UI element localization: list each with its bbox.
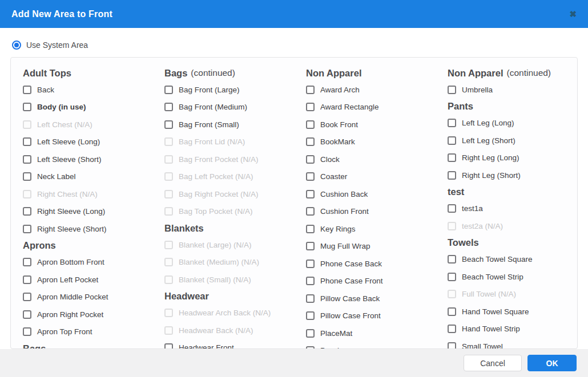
checkbox-unchecked-icon[interactable] [306, 260, 315, 268]
checkbox-unchecked-icon[interactable] [306, 137, 315, 146]
area-list-panel: Adult TopsBackBody (in use)Left Chest (N… [10, 57, 578, 349]
area-option[interactable]: Right Sleeve (Short) [23, 220, 152, 238]
checkbox-unchecked-icon[interactable] [164, 103, 173, 111]
area-option[interactable]: Umbrella [448, 81, 577, 99]
checkbox-unchecked-icon[interactable] [23, 155, 31, 164]
area-option[interactable]: Right Leg (Short) [448, 167, 577, 184]
checkbox-unchecked-icon[interactable] [448, 273, 456, 281]
area-option[interactable]: Right Leg (Long) [448, 149, 577, 167]
area-option[interactable]: Apron Top Front [23, 323, 152, 341]
checkbox-unchecked-icon[interactable] [306, 311, 315, 320]
area-option: Blanket (Large) (N/A) [164, 236, 294, 254]
checkbox-unchecked-icon[interactable] [448, 119, 456, 127]
checkbox-unchecked-icon[interactable] [23, 258, 31, 266]
checkbox-unchecked-icon[interactable] [306, 329, 315, 338]
area-option-label: Award Arch [320, 86, 360, 94]
checkbox-unchecked-icon[interactable] [448, 325, 456, 333]
area-option[interactable]: Mug Full Wrap [306, 238, 436, 256]
checkbox-unchecked-icon[interactable] [23, 172, 31, 181]
close-icon[interactable]: ✖ [569, 10, 577, 18]
checkbox-unchecked-icon[interactable] [23, 275, 31, 284]
area-option[interactable]: Bag Front (Medium) [164, 99, 294, 116]
area-option: Bag Left Pocket (N/A) [164, 168, 294, 186]
area-option[interactable]: PlaceMat [306, 325, 436, 342]
area-option[interactable]: Clock [306, 151, 436, 168]
checkbox-unchecked-icon[interactable] [23, 207, 31, 216]
checkbox-unchecked-icon[interactable] [23, 103, 31, 111]
area-option[interactable]: Left Leg (Long) [448, 115, 577, 132]
checkbox-unchecked-icon[interactable] [306, 172, 315, 181]
area-option[interactable]: Coaster [306, 168, 436, 186]
area-option[interactable]: Back [23, 81, 152, 99]
area-option[interactable]: Pillow Case Back [306, 290, 436, 307]
area-option[interactable]: Pillow Case Front [306, 307, 436, 325]
area-option[interactable]: Left Leg (Short) [448, 132, 577, 149]
area-option: Left Chest (N/A) [23, 116, 152, 133]
area-option[interactable]: Left Sleeve (Short) [23, 151, 152, 168]
checkbox-unchecked-icon[interactable] [23, 137, 31, 146]
area-option[interactable]: Left Sleeve (Long) [23, 133, 152, 151]
area-option[interactable]: Beach Towel Square [448, 251, 577, 269]
cancel-button[interactable]: Cancel [464, 355, 522, 371]
checkbox-unchecked-icon[interactable] [448, 171, 456, 180]
use-system-area-radio[interactable]: Use System Area [12, 40, 88, 50]
checkbox-unchecked-icon[interactable] [164, 120, 173, 129]
area-option[interactable]: Key Rings [306, 220, 436, 238]
area-option[interactable]: Phone Case Back [306, 255, 436, 273]
checkbox-unchecked-icon[interactable] [164, 86, 173, 94]
area-option[interactable]: test1a [448, 200, 577, 218]
checkbox-unchecked-icon[interactable] [306, 225, 315, 233]
area-option[interactable]: Cushion Back [306, 185, 436, 203]
area-option[interactable]: Phone Case Front [306, 273, 436, 290]
area-option[interactable]: BookMark [306, 133, 436, 151]
checkbox-unchecked-icon[interactable] [23, 293, 31, 301]
checkbox-unchecked-icon[interactable] [23, 86, 31, 94]
checkbox-unchecked-icon[interactable] [306, 294, 315, 303]
area-option[interactable]: Hand Towel Square [448, 303, 577, 321]
checkbox-unchecked-icon[interactable] [23, 327, 31, 336]
area-option[interactable]: Award Arch [306, 81, 436, 99]
section-title: Pants [448, 101, 473, 112]
checkbox-unchecked-icon[interactable] [448, 136, 456, 145]
area-option[interactable]: Bag Front (Large) [164, 81, 294, 99]
section-header: Adult Tops [23, 65, 152, 81]
checkbox-unchecked-icon[interactable] [306, 103, 315, 111]
checkbox-unchecked-icon[interactable] [448, 307, 456, 316]
checkbox-unchecked-icon[interactable] [23, 225, 31, 233]
area-option[interactable]: Book Front [306, 116, 436, 133]
area-option[interactable]: Award Rectangle [306, 99, 436, 116]
area-option-label: Headwear Front [179, 343, 234, 349]
area-option[interactable]: Apron Left Pocket [23, 271, 152, 289]
area-option[interactable]: Small Towel [448, 338, 577, 349]
ok-button[interactable]: OK [527, 355, 577, 371]
checkbox-unchecked-icon[interactable] [306, 155, 315, 164]
area-option-label: Left Chest (N/A) [37, 120, 92, 129]
area-option[interactable]: Bag Front (Small) [164, 116, 294, 133]
checkbox-unchecked-icon[interactable] [306, 86, 315, 94]
checkbox-unchecked-icon[interactable] [306, 207, 315, 216]
area-option[interactable]: Neck Label [23, 168, 152, 186]
area-option[interactable]: Apron Middle Pocket [23, 289, 152, 306]
checkbox-unchecked-icon[interactable] [448, 204, 456, 213]
checkbox-unchecked-icon[interactable] [448, 342, 456, 349]
area-option[interactable]: Hand Towel Strip [448, 321, 577, 338]
area-option[interactable]: Apron Right Pocket [23, 306, 152, 323]
area-option[interactable]: Right Sleeve (Long) [23, 203, 152, 221]
checkbox-unchecked-icon[interactable] [23, 310, 31, 319]
checkbox-unchecked-icon[interactable] [164, 343, 173, 349]
area-option[interactable]: Puzzle [306, 342, 436, 350]
checkbox-unchecked-icon[interactable] [448, 86, 456, 94]
section-header: Aprons [23, 238, 152, 254]
checkbox-unchecked-icon[interactable] [448, 255, 456, 264]
area-option[interactable]: Headwear Front [164, 339, 294, 350]
checkbox-unchecked-icon[interactable] [306, 190, 315, 198]
checkbox-unchecked-icon[interactable] [306, 120, 315, 129]
checkbox-unchecked-icon[interactable] [448, 153, 456, 162]
radio-selected-icon[interactable] [12, 40, 21, 50]
area-option[interactable]: Cushion Front [306, 203, 436, 221]
checkbox-unchecked-icon[interactable] [306, 242, 315, 250]
area-option[interactable]: Body (in use) [23, 99, 152, 116]
area-option[interactable]: Beach Towel Strip [448, 268, 577, 286]
area-option[interactable]: Apron Bottom Front [23, 254, 152, 271]
checkbox-unchecked-icon[interactable] [306, 277, 315, 285]
